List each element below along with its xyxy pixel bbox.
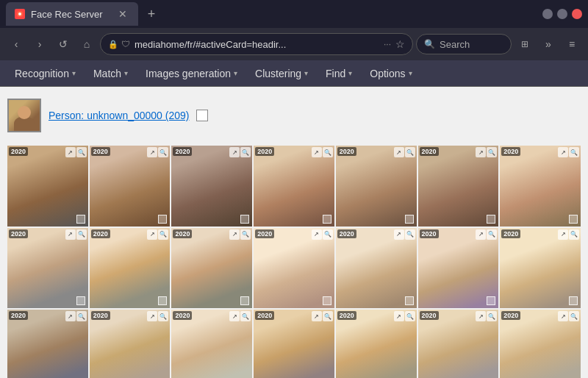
more-tools-button[interactable]: »	[538, 34, 559, 54]
search-similar-icon[interactable]: 🔍	[487, 229, 497, 240]
search-similar-icon[interactable]: 🔍	[158, 147, 168, 157]
photo-checkbox[interactable]	[240, 296, 249, 305]
open-icon[interactable]: ↗	[229, 147, 240, 157]
photo-checkbox[interactable]	[487, 215, 495, 224]
photo-cell[interactable]: 2020 ↗ 🔍	[90, 228, 171, 309]
tab-close-button[interactable]: ✕	[116, 7, 129, 21]
photo-cell[interactable]: 2020 ↗ 🔍	[254, 228, 334, 309]
home-button[interactable]: ⌂	[76, 34, 97, 54]
forward-button[interactable]: ›	[29, 34, 50, 54]
reader-view-button[interactable]: ⊞	[514, 34, 535, 54]
menu-match[interactable]: Match ▾	[86, 65, 135, 82]
open-icon[interactable]: ↗	[394, 147, 404, 157]
open-icon[interactable]: ↗	[558, 147, 568, 157]
open-icon[interactable]: ↗	[394, 229, 404, 240]
photo-checkbox[interactable]	[323, 215, 331, 224]
photo-checkbox[interactable]	[405, 215, 414, 224]
photo-cell[interactable]: 2020 ↗ 🔍	[254, 310, 334, 378]
photo-cell[interactable]: 2020 ↗ 🔍	[500, 146, 581, 227]
menu-images-generation[interactable]: Images generation ▾	[138, 65, 245, 82]
person-select-checkbox[interactable]	[196, 110, 208, 121]
open-icon[interactable]: ↗	[65, 229, 76, 240]
maximize-button[interactable]: □	[557, 9, 567, 19]
photo-checkbox[interactable]	[158, 296, 167, 305]
open-icon[interactable]: ↗	[312, 147, 322, 157]
search-similar-icon[interactable]: 🔍	[405, 229, 415, 240]
photo-cell[interactable]: 2020 ↗ 🔍	[418, 228, 499, 309]
search-similar-icon[interactable]: 🔍	[487, 147, 497, 157]
search-similar-icon[interactable]: 🔍	[405, 311, 415, 321]
photo-checkbox[interactable]	[76, 215, 85, 224]
open-icon[interactable]: ↗	[558, 311, 568, 321]
photo-checkbox[interactable]	[76, 296, 85, 305]
photo-checkbox[interactable]	[487, 296, 495, 305]
search-similar-icon[interactable]: 🔍	[158, 229, 168, 240]
menu-clustering[interactable]: Clustering ▾	[248, 65, 315, 82]
minimize-button[interactable]: —	[542, 9, 553, 19]
search-similar-icon[interactable]: 🔍	[323, 147, 333, 157]
photo-cell[interactable]: 2020 ↗ 🔍	[500, 310, 581, 378]
photo-cell[interactable]: 2020 ↗ 🔍	[7, 228, 88, 309]
menu-button[interactable]: ≡	[562, 34, 582, 54]
new-tab-button[interactable]: +	[141, 4, 162, 24]
open-icon[interactable]: ↗	[147, 229, 157, 240]
photo-cell[interactable]: 2020 ↗ 🔍	[90, 310, 171, 378]
open-icon[interactable]: ↗	[65, 311, 76, 321]
photo-cell[interactable]: 2020 ↗ 🔍	[500, 228, 581, 309]
photo-cell[interactable]: 2020 ↗ 🔍	[418, 310, 499, 378]
menu-options[interactable]: Options ▾	[362, 65, 419, 82]
refresh-button[interactable]: ↺	[53, 34, 74, 54]
photo-cell[interactable]: 2020 ↗ 🔍	[418, 146, 499, 227]
search-similar-icon[interactable]: 🔍	[569, 229, 579, 240]
search-similar-icon[interactable]: 🔍	[240, 229, 251, 240]
search-similar-icon[interactable]: 🔍	[240, 311, 251, 321]
open-icon[interactable]: ↗	[476, 147, 486, 157]
search-similar-icon[interactable]: 🔍	[76, 147, 87, 157]
menu-recognition[interactable]: Recognition ▾	[7, 65, 83, 82]
photo-cell[interactable]: 2020 ↗ 🔍	[171, 146, 252, 227]
search-similar-icon[interactable]: 🔍	[487, 311, 497, 321]
open-icon[interactable]: ↗	[229, 311, 240, 321]
photo-cell[interactable]: 2020 ↗ 🔍	[336, 310, 417, 378]
open-icon[interactable]: ↗	[394, 311, 404, 321]
search-similar-icon[interactable]: 🔍	[158, 311, 168, 321]
address-bar[interactable]: 🔒 🛡 mediahome/fr/#activeCard=headir... ·…	[100, 33, 413, 55]
search-similar-icon[interactable]: 🔍	[323, 311, 333, 321]
photo-checkbox[interactable]	[405, 296, 414, 305]
search-similar-icon[interactable]: 🔍	[323, 229, 333, 240]
close-button[interactable]: ✕	[572, 9, 582, 19]
open-icon[interactable]: ↗	[312, 229, 322, 240]
open-icon[interactable]: ↗	[476, 229, 486, 240]
search-similar-icon[interactable]: 🔍	[405, 147, 415, 157]
open-icon[interactable]: ↗	[147, 311, 157, 321]
photo-cell[interactable]: 2020 ↗ 🔍	[171, 228, 252, 309]
photo-cell[interactable]: 2020 ↗ 🔍	[336, 228, 417, 309]
photo-cell[interactable]: 2020 ↗ 🔍	[254, 146, 334, 227]
photo-cell[interactable]: 2020 ↗ 🔍	[336, 146, 417, 227]
person-link[interactable]: Person: unknown_00000 (209)	[49, 110, 189, 121]
menu-find[interactable]: Find ▾	[318, 65, 359, 82]
photo-checkbox[interactable]	[158, 215, 167, 224]
open-icon[interactable]: ↗	[558, 229, 568, 240]
photo-checkbox[interactable]	[323, 296, 331, 305]
photo-cell[interactable]: 2020 ↗ 🔍	[171, 310, 252, 378]
photo-cell[interactable]: 2020 ↗ 🔍	[90, 146, 171, 227]
photo-cell[interactable]: 2020 ↗ 🔍	[7, 310, 88, 378]
search-similar-icon[interactable]: 🔍	[240, 147, 251, 157]
search-similar-icon[interactable]: 🔍	[76, 229, 87, 240]
active-tab[interactable]: Face Rec Server ✕	[6, 2, 138, 26]
open-icon[interactable]: ↗	[476, 311, 486, 321]
photo-checkbox[interactable]	[569, 215, 578, 224]
search-similar-icon[interactable]: 🔍	[76, 311, 87, 321]
photo-checkbox[interactable]	[569, 296, 578, 305]
search-box[interactable]: 🔍 Search	[416, 34, 512, 54]
back-button[interactable]: ‹	[6, 34, 26, 54]
search-similar-icon[interactable]: 🔍	[569, 311, 579, 321]
search-similar-icon[interactable]: 🔍	[569, 147, 579, 157]
photo-checkbox[interactable]	[240, 215, 249, 224]
photo-cell[interactable]: 2020 ↗ 🔍	[7, 146, 88, 227]
open-icon[interactable]: ↗	[229, 229, 240, 240]
open-icon[interactable]: ↗	[147, 147, 157, 157]
open-icon[interactable]: ↗	[65, 147, 76, 157]
open-icon[interactable]: ↗	[312, 311, 322, 321]
